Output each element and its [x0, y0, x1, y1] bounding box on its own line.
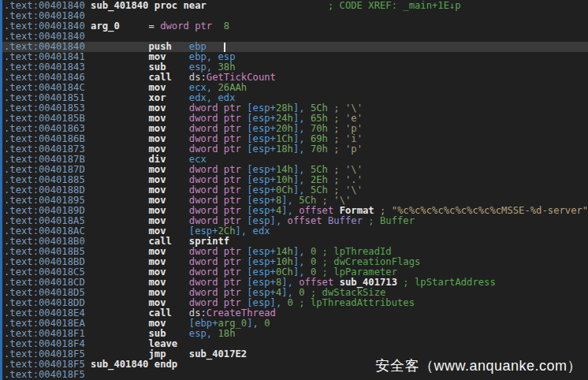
address-token: .text:00401840 — [4, 10, 85, 21]
operand-token: ], — [281, 195, 299, 206]
text-token — [85, 287, 149, 298]
name-token: jmp — [148, 348, 166, 360]
number-token: 14h — [276, 246, 293, 257]
text-token — [166, 297, 188, 308]
name-token: push — [148, 41, 171, 52]
number-token: arg_0 — [218, 318, 247, 329]
text-token — [85, 236, 149, 247]
keyword-token: dword ptr — [189, 102, 241, 114]
text-token — [166, 256, 188, 267]
text-token — [166, 205, 188, 216]
number-token: 38h — [218, 61, 236, 73]
name-token: mov — [148, 205, 166, 216]
address-token: .text:00401843 — [4, 61, 85, 73]
name-token: sub — [148, 61, 166, 73]
text-token — [166, 164, 188, 175]
address-token: .text:004018F1 — [4, 328, 85, 339]
number-token: 2Ch — [218, 225, 236, 237]
data-ref-token: Buffer — [322, 215, 363, 226]
text-token — [166, 82, 188, 93]
operand-token: ], — [293, 113, 311, 124]
operand-token: [esp+ — [241, 246, 276, 257]
text-token — [85, 174, 149, 185]
number-token: 2Eh — [311, 174, 328, 185]
text-token — [166, 195, 188, 206]
text-token: = — [148, 20, 160, 32]
address-token: .text:004018F4 — [4, 338, 85, 349]
operand-token: [esp+ — [241, 133, 276, 144]
disassembly-listing[interactable]: .text:00401840 sub_401840 proc near ; CO… — [2, 1, 588, 380]
text-token — [85, 195, 149, 206]
text-token — [148, 359, 154, 370]
text-token — [166, 92, 188, 103]
operand-token: [esp+ — [241, 266, 276, 278]
number-token: 0Ch — [276, 266, 293, 278]
keyword-token: dword ptr — [189, 184, 241, 196]
name-token: mov — [148, 225, 166, 237]
operand-token: ], — [293, 256, 311, 267]
text-token — [85, 133, 149, 144]
text-token: ds: — [189, 307, 207, 319]
operand-token: ], — [293, 164, 311, 175]
name-token: leave — [148, 338, 177, 349]
address-token: .text:00401846 — [4, 72, 85, 83]
operand-token: [esp+ — [189, 225, 218, 237]
keyword-token: offset — [299, 277, 333, 288]
text-token — [85, 184, 149, 196]
char-comment-token: ; 'i' — [328, 133, 363, 144]
number-token: 0 — [299, 287, 304, 298]
number-token: 69h — [311, 133, 328, 144]
keyword-token: dword ptr — [189, 113, 241, 124]
operand-token: ], — [293, 184, 311, 196]
text-token — [85, 266, 149, 278]
asm-line[interactable]: .text:00401840 sub_401840 proc near ; CO… — [2, 1, 588, 11]
text-token — [85, 61, 149, 73]
operand-token: ], — [293, 133, 311, 144]
text-token — [166, 225, 188, 237]
name-token: mov — [148, 174, 166, 185]
number-token: 18h — [218, 328, 236, 339]
keyword-token: dword ptr — [160, 20, 212, 32]
address-token: .text:004018F5 — [4, 359, 85, 370]
address-token: .text:004018C5 — [4, 266, 85, 278]
text-token — [166, 215, 188, 226]
name-token: mov — [148, 297, 166, 308]
text-token — [166, 348, 188, 360]
text-token — [172, 72, 189, 83]
address-token: .text:00401895 — [4, 195, 85, 206]
keyword-token: dword ptr — [189, 246, 241, 257]
operand-token: ecx, — [189, 82, 218, 93]
address-token: .text:004018EA — [4, 318, 85, 329]
name-token: proc near — [154, 0, 207, 11]
char-comment-token: ; '\' — [328, 184, 363, 196]
number-token: 0 — [264, 318, 270, 329]
number-token: 5Ch — [311, 102, 328, 114]
address-token: .text:004018F5 — [4, 369, 85, 380]
operand-token: [esp+ — [241, 164, 276, 175]
comment-token: ; dwStackSize — [305, 287, 386, 298]
text-token — [85, 82, 149, 93]
operand-token: edx, edx — [189, 92, 236, 103]
text-token — [85, 328, 149, 339]
keyword-token: dword ptr — [189, 266, 241, 278]
name-token: call — [148, 236, 171, 247]
address-token: .text:0040187B — [4, 154, 85, 165]
address-token: .text:00401840 — [4, 0, 85, 11]
text-token — [166, 328, 188, 339]
number-token: 70h — [311, 123, 328, 134]
keyword-token: dword ptr — [189, 123, 241, 134]
text-token — [85, 113, 149, 124]
operand-token: ], — [281, 277, 299, 288]
number-token: 5Ch — [311, 184, 328, 196]
number-token: 0 — [288, 297, 293, 308]
number-token: 5Ch — [311, 164, 328, 175]
char-comment-token: ; '\' — [328, 102, 363, 114]
operand-token: ], edx — [236, 225, 270, 237]
address-token: .text:00401873 — [4, 143, 85, 155]
operand-token: [esp+ — [241, 277, 276, 288]
asm-line[interactable]: .text:00401840 arg_0 = dword ptr 8 — [2, 21, 588, 32]
address-token: .text:00401863 — [4, 123, 85, 134]
text-token — [85, 297, 149, 308]
text-token — [166, 113, 188, 124]
text-token — [85, 348, 149, 360]
